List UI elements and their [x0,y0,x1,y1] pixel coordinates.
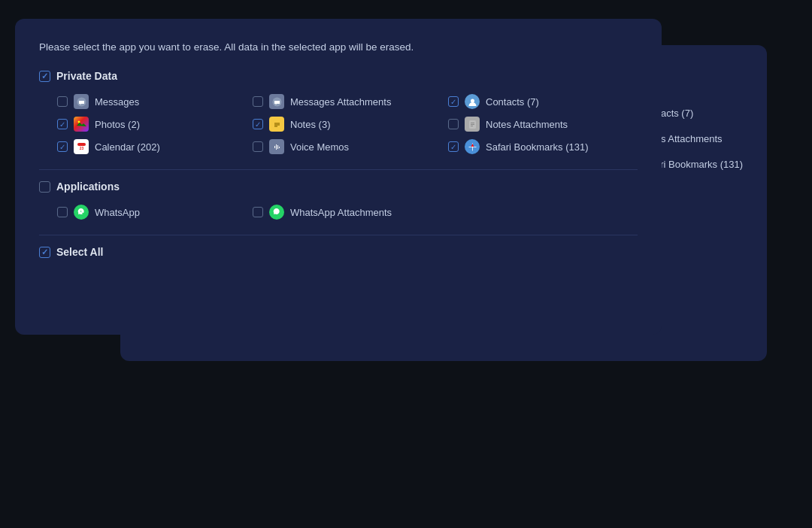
private-data-grid: Messages Messages Attachments ✓ Contacts… [39,94,638,154]
messages-icon [74,94,89,109]
svg-rect-25 [273,143,281,151]
select-all-checkbox[interactable]: ✓ [39,247,50,258]
applications-grid: WhatsApp WhatsApp Attachments [39,205,638,220]
whatsapp-label: WhatsApp [95,207,140,218]
svg-text:23: 23 [79,146,83,150]
messages-attach-item: Messages Attachments [253,94,442,109]
whatsapp-icon [74,205,89,220]
voice-memos-checkbox[interactable] [253,141,263,152]
whatsapp-attach-label: WhatsApp Attachments [290,207,392,218]
svg-rect-29 [279,147,280,148]
messages-attach-icon [269,94,284,109]
whatsapp-checkbox[interactable] [57,207,68,217]
messages-item: Messages [57,94,247,109]
calendar-item: ✓ 23 Calendar (202) [57,139,247,154]
private-data-section-header: ✓ Private Data [39,70,638,82]
svg-point-12 [471,99,474,102]
calendar-icon: 23 [74,139,89,154]
messages-attach-checkbox[interactable] [253,96,263,107]
contacts-icon [465,94,480,109]
select-all-label: Select All [56,246,104,258]
front-panel: Please select the app you want to erase.… [15,19,662,335]
voice-memos-label: Voice Memos [290,141,349,153]
applications-section-header: Applications [39,181,638,193]
notes-item: ✓ Notes (3) [253,117,442,132]
notes-icon [269,117,284,132]
photos-icon [74,117,89,132]
voice-memos-icon [269,139,284,154]
calendar-label: Calendar (202) [95,141,160,153]
notes-attach-label: Notes Attachments [486,119,568,130]
safari-item: ✓ Safari Bookmarks (131) [448,139,638,154]
contacts-label: Contacts (7) [486,96,539,108]
applications-checkbox[interactable] [39,181,50,193]
private-data-label: Private Data [56,70,117,82]
contacts-item: ✓ Contacts (7) [448,94,638,109]
messages-checkbox[interactable] [57,96,68,107]
applications-label: Applications [56,181,120,193]
photos-item: ✓ Photos (2) [57,117,247,132]
notes-checkbox[interactable]: ✓ [253,119,263,129]
section-divider [39,169,638,170]
svg-rect-27 [276,144,277,150]
photos-label: Photos (2) [95,119,140,130]
svg-rect-26 [274,146,275,148]
main-description: Please select the app you want to erase.… [39,40,638,55]
whatsapp-attach-checkbox[interactable] [253,207,263,217]
notes-attach-checkbox[interactable] [448,119,459,129]
whatsapp-attach-icon [269,205,284,220]
whatsapp-attach-item: WhatsApp Attachments [253,205,442,220]
notes-attach-icon [465,117,480,132]
calendar-checkbox[interactable]: ✓ [57,141,68,152]
messages-attach-label: Messages Attachments [290,96,391,108]
notes-attach-item: Notes Attachments [448,117,638,132]
safari-icon [465,139,480,154]
select-all-section: ✓ Select All [39,246,638,258]
safari-label: Safari Bookmarks (131) [486,141,589,153]
notes-label: Notes (3) [290,119,330,130]
whatsapp-item: WhatsApp [57,205,247,220]
contacts-checkbox[interactable]: ✓ [448,96,459,107]
bottom-divider [39,235,638,235]
voice-memos-item: Voice Memos [253,139,442,154]
safari-checkbox[interactable]: ✓ [448,141,459,152]
photos-checkbox[interactable]: ✓ [57,119,68,129]
private-data-checkbox[interactable]: ✓ [39,71,50,82]
messages-label: Messages [95,96,139,108]
svg-rect-28 [277,145,278,149]
